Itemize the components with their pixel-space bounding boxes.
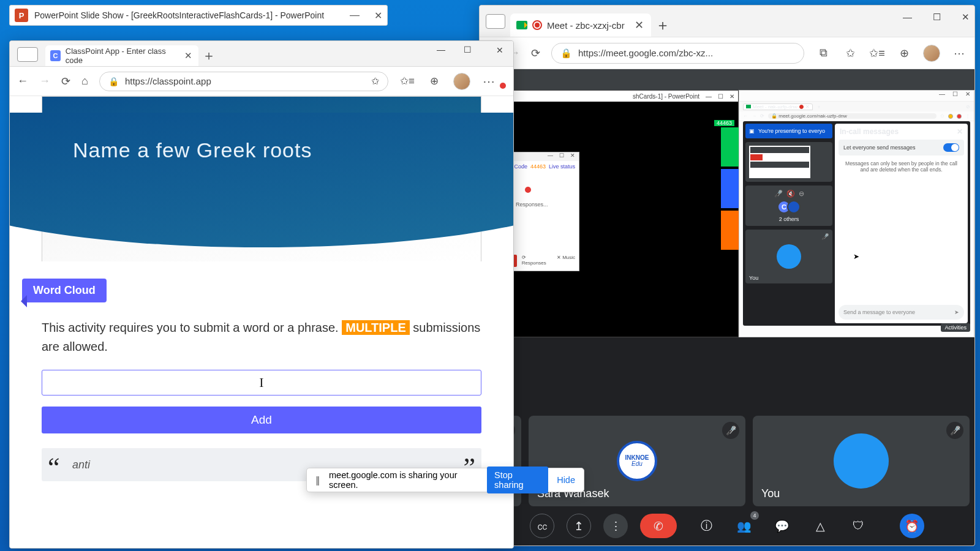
url-field[interactable]: 🔒 https://classpoint.app ✩ xyxy=(99,72,388,91)
nested-powerpoint: shCards-1] - PowerPoint—☐✕ 44463 —☐✕ .ap… xyxy=(480,90,739,337)
nested-pp-title: shCards-1] - PowerPoint xyxy=(633,93,699,100)
refresh-button[interactable]: ⟳ xyxy=(531,47,540,60)
star-icon[interactable]: ✩ xyxy=(371,75,379,87)
multiple-pill: MULTIPLE xyxy=(342,320,410,335)
address-bar: ← → ⟳ 🔒 https://meet.google.com/zbc-xz..… xyxy=(480,37,974,69)
url-field[interactable]: 🔒 https://meet.google.com/zbc-xz... xyxy=(551,43,804,64)
lock-icon: 🔒 xyxy=(108,77,119,86)
home-button[interactable]: ⌂ xyxy=(81,75,88,88)
pip-icon[interactable]: ⧉ xyxy=(815,45,831,61)
chat-panel: In-call messages✕ Let everyone send mess… xyxy=(835,124,968,323)
more-icon[interactable]: ⋯ xyxy=(951,45,967,61)
meet-window: Meet - zbc-xzxj-cbr ✕ ＋ — ☐ ✕ ← → ⟳ 🔒 ht… xyxy=(479,5,975,546)
remove-icon: ⊖ xyxy=(799,190,804,198)
maximize-button[interactable]: ☐ xyxy=(933,12,941,23)
tab-title: Meet - zbc-xzxj-cbr xyxy=(547,20,625,31)
people-button[interactable]: 👥4 xyxy=(732,514,756,538)
profile-avatar[interactable] xyxy=(453,73,470,90)
stop-sharing-button[interactable]: Stop sharing xyxy=(487,467,548,493)
question-slide: Name a few Greek roots xyxy=(42,96,481,261)
tile-you[interactable]: 🎤̸ You xyxy=(753,416,970,506)
new-tab-button[interactable]: ＋ xyxy=(651,13,674,37)
tab-meet[interactable]: Meet - zbc-xzxj-cbr ✕ xyxy=(510,13,651,37)
url-text: https://classpoint.app xyxy=(125,76,211,86)
tab-close-icon[interactable]: ✕ xyxy=(635,18,644,32)
close-button[interactable]: ✕ xyxy=(490,45,510,56)
tab-actions-icon[interactable] xyxy=(486,14,505,29)
others-tile[interactable]: 🎤̸🔇⊖ C 2 others xyxy=(745,186,832,226)
notification-dot-icon xyxy=(500,83,506,89)
powerpoint-titlebar: P PowerPoint Slide Show - [GreekRootsInt… xyxy=(9,5,388,26)
collections-icon[interactable]: ⊕ xyxy=(896,45,912,61)
send-icon[interactable]: ➤ xyxy=(954,309,959,315)
star-icon[interactable]: ✩ xyxy=(842,45,858,61)
recording-dot-icon xyxy=(525,187,531,193)
address-bar: ← → ⟳ ⌂ 🔒 https://classpoint.app ✩ ✩≡ ⊕ … xyxy=(10,67,513,96)
mouse-cursor-icon: ➤ xyxy=(853,252,859,261)
minimize-button[interactable]: — xyxy=(903,12,912,23)
forward-button[interactable]: → xyxy=(39,75,50,88)
favorites-icon[interactable]: ✩≡ xyxy=(399,73,415,89)
leave-call-button[interactable]: ✆ xyxy=(640,514,677,538)
chat-note: Messages can only be seen by people in t… xyxy=(835,156,968,178)
minimize-button[interactable]: — xyxy=(437,45,445,56)
tab-actions-icon[interactable] xyxy=(17,47,38,62)
more-options-button[interactable]: ⋮ xyxy=(603,514,628,538)
minimize-button[interactable]: — xyxy=(350,10,360,21)
more-icon[interactable]: ⋯ xyxy=(481,73,497,89)
share-thumbnail xyxy=(745,142,832,182)
profile-avatar[interactable] xyxy=(923,45,940,62)
answer-input[interactable]: I xyxy=(42,370,481,395)
mic-off-icon: 🎤̸ xyxy=(722,422,739,439)
instructions: This activity requires you to submit a w… xyxy=(42,318,481,356)
sharing-toast: ‖ meet.google.com is sharing your screen… xyxy=(306,468,584,492)
chat-input[interactable]: Send a message to everyone➤ xyxy=(839,305,964,320)
you-tile[interactable]: 🎤̸ You xyxy=(745,230,832,283)
toolbox-button[interactable]: ⏰ xyxy=(900,514,924,538)
maximize-button[interactable]: ☐ xyxy=(464,45,472,56)
chat-title: In-call messages xyxy=(840,127,899,136)
add-button[interactable]: Add xyxy=(42,407,481,433)
tab-strip: C ClassPoint App - Enter class code ✕ ＋ … xyxy=(10,41,513,67)
activity-type-badge: Word Cloud xyxy=(22,279,107,302)
collections-icon[interactable]: ⊕ xyxy=(426,73,442,89)
meet-controls: ㏄ ↥ ⋮ ✆ ⓘ 👥4 💬 △ 🛡 ⏰ xyxy=(480,506,974,545)
messages-toggle[interactable]: Let everyone send messages xyxy=(839,140,964,156)
tile-name: You xyxy=(761,487,780,500)
hide-button[interactable]: Hide xyxy=(557,475,575,485)
powerpoint-title: PowerPoint Slide Show - [GreekRootsInter… xyxy=(34,10,324,20)
activities-tooltip: Activities xyxy=(941,323,970,332)
favorites-icon[interactable]: ✩≡ xyxy=(869,45,885,61)
tile-sara[interactable]: 🎤̸ INKNOEEdu Sara Wanasek xyxy=(529,416,745,506)
new-tab-button[interactable]: ＋ xyxy=(198,45,219,66)
url-text: https://meet.google.com/zbc-xz... xyxy=(578,48,713,58)
you-avatar xyxy=(834,433,889,489)
info-button[interactable]: ⓘ xyxy=(694,514,718,538)
lock-icon: 🔒 xyxy=(560,48,572,59)
pause-icon[interactable]: ‖ xyxy=(315,475,320,485)
activities-button[interactable]: △ xyxy=(808,514,832,538)
tab-classpoint[interactable]: C ClassPoint App - Enter class code ✕ xyxy=(45,45,198,66)
presenting-banner: ▣You're presenting to everyo xyxy=(745,124,832,138)
mic-off-icon: 🎤̸ xyxy=(946,422,963,439)
toggle-switch-icon[interactable] xyxy=(943,143,959,152)
recording-icon xyxy=(532,20,542,30)
host-controls-button[interactable]: 🛡 xyxy=(846,514,870,538)
tab-title: ClassPoint App - Enter class code xyxy=(66,47,177,65)
text-cursor-icon: I xyxy=(259,375,263,391)
close-button[interactable]: ✕ xyxy=(962,12,970,23)
back-button[interactable]: ← xyxy=(17,75,28,88)
close-button[interactable]: ✕ xyxy=(374,10,382,21)
captions-button[interactable]: ㏄ xyxy=(530,514,554,538)
tab-strip: Meet - zbc-xzxj-cbr ✕ ＋ — ☐ ✕ xyxy=(480,6,974,37)
tab-close-icon[interactable]: ✕ xyxy=(184,50,192,61)
present-button[interactable]: ↥ xyxy=(567,514,591,538)
mic-off-icon: 🎤̸ xyxy=(821,233,829,240)
inknoe-avatar: INKNOEEdu xyxy=(617,441,657,481)
close-icon[interactable]: ✕ xyxy=(957,127,963,136)
powerpoint-icon: P xyxy=(15,9,28,22)
question-text: Name a few Greek roots xyxy=(73,138,312,261)
participant-tiles: 🎤̸ 🎤̸ INKNOEEdu Sara Wanasek 🎤̸ You xyxy=(484,416,970,506)
chat-button[interactable]: 💬 xyxy=(770,514,794,538)
refresh-button[interactable]: ⟳ xyxy=(61,75,70,88)
